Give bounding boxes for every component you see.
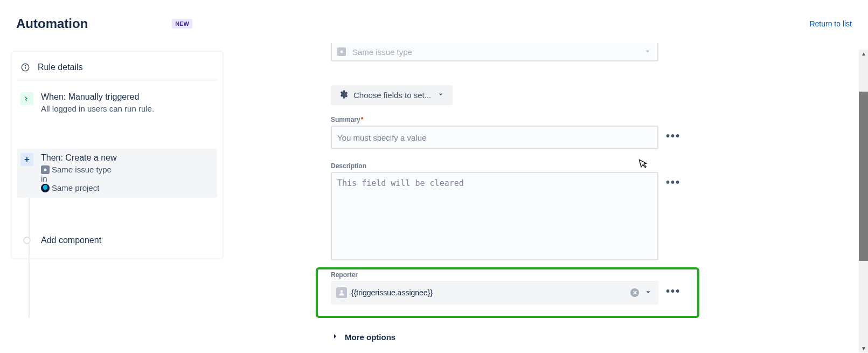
summary-input[interactable] <box>331 126 658 149</box>
add-component-label: Add component <box>41 236 101 245</box>
avatar-placeholder-icon <box>336 287 347 298</box>
rule-panel: Rule details When: Manually triggered Al… <box>11 51 224 259</box>
add-component-row[interactable]: Add component <box>17 230 217 247</box>
svg-point-2 <box>25 66 26 66</box>
issue-type-select[interactable]: Same issue type <box>331 43 658 61</box>
action-issue-type: Same issue type <box>52 165 112 174</box>
chevron-right-icon <box>331 332 339 342</box>
rule-details-row[interactable]: Rule details <box>17 58 217 80</box>
clear-reporter-button[interactable]: ✕ <box>630 288 639 297</box>
choose-fields-button[interactable]: Choose fields to set... <box>331 85 453 105</box>
action-project: Same project <box>52 183 99 192</box>
issue-type-icon <box>337 47 346 56</box>
return-to-list-link[interactable]: Return to list <box>809 19 852 28</box>
gear-icon <box>338 89 348 101</box>
summary-more-button[interactable]: ••• <box>666 126 680 142</box>
chevron-down-icon[interactable] <box>643 287 653 299</box>
reporter-label: Reporter <box>331 271 681 279</box>
issue-type-select-value: Same issue type <box>352 47 412 57</box>
new-badge: NEW <box>172 19 192 29</box>
more-options-label: More options <box>345 333 395 342</box>
reporter-more-button[interactable]: ••• <box>666 281 680 297</box>
action-title: Then: Create a new <box>41 153 213 163</box>
svg-point-3 <box>44 169 47 171</box>
reporter-select[interactable]: {{triggerissue.assignee}} ✕ <box>331 281 658 304</box>
issue-type-icon <box>41 165 50 174</box>
trigger-icon <box>20 92 33 105</box>
action-icon: + <box>20 153 33 166</box>
rule-details-label: Rule details <box>38 63 83 72</box>
description-label: Description <box>331 162 681 170</box>
reporter-value: {{triggerissue.assignee}} <box>351 288 433 297</box>
rule-step-action[interactable]: + Then: Create a new Same issue type in … <box>17 149 217 198</box>
action-subtitle: Same issue type in Same project <box>41 165 213 192</box>
rule-step-trigger[interactable]: When: Manually triggered All logged in u… <box>17 88 217 119</box>
action-connector: in <box>41 174 47 183</box>
chevron-down-icon <box>643 47 652 57</box>
add-component-marker-icon <box>23 237 31 244</box>
project-icon <box>41 184 50 192</box>
svg-point-5 <box>341 290 343 293</box>
trigger-title: When: Manually triggered <box>41 92 213 102</box>
info-icon <box>20 63 30 72</box>
page-title: Automation <box>16 16 88 31</box>
scrollbar-thumb[interactable] <box>859 92 868 261</box>
description-more-button[interactable]: ••• <box>666 172 680 189</box>
trigger-subtitle: All logged in users can run rule. <box>41 104 213 113</box>
description-input[interactable] <box>331 172 658 260</box>
more-options-toggle[interactable]: More options <box>331 332 395 342</box>
main-content: Same issue type Choose fields to set... … <box>237 43 830 353</box>
svg-point-4 <box>341 51 343 53</box>
choose-fields-label: Choose fields to set... <box>353 91 431 100</box>
summary-label: Summary* <box>331 116 681 123</box>
scroll-up-button[interactable]: ▲ <box>861 51 866 57</box>
chevron-down-icon <box>436 90 445 100</box>
scroll-down-button[interactable]: ▼ <box>861 345 866 351</box>
